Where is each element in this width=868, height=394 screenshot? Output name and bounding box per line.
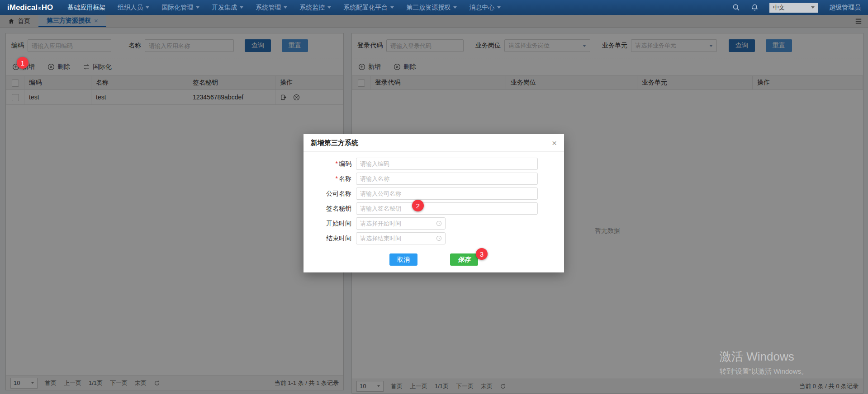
nav-item-system-config-platform[interactable]: 系统配置化平台: [343, 4, 394, 12]
field-label: 开始时间: [311, 220, 351, 228]
dialog-body: *编码 *名称 公司名称 签名秘钥 开始时间 结束时间: [304, 152, 564, 244]
language-select[interactable]: 中文: [769, 3, 818, 13]
watermark-line2: 转到“设置”以激活 Windows。: [720, 367, 808, 376]
field-label-text: 编码: [339, 160, 351, 167]
chevron-down-icon: [811, 6, 815, 9]
logo-registered-mark: ®: [38, 6, 41, 11]
nav-item-label: 系统管理: [256, 4, 281, 12]
nav-item-i18n-management[interactable]: 国际化管理: [161, 4, 199, 12]
nav-item-label: 国际化管理: [161, 4, 193, 12]
nav-item-dev-integration[interactable]: 开发集成: [212, 4, 243, 12]
modal-name-input[interactable]: [356, 173, 538, 185]
search-icon[interactable]: [732, 4, 740, 11]
nav-item-label: 系统监控: [299, 4, 325, 12]
nav-item-message-center[interactable]: 消息中心: [469, 4, 501, 12]
required-mark: *: [336, 175, 338, 182]
add-third-party-system-dialog: 新增第三方系统 × *编码 *名称 公司名称 签名秘钥 开始时间: [304, 134, 564, 272]
field-label: *编码: [311, 160, 351, 168]
form-row-name: *名称: [311, 173, 553, 185]
chevron-down-icon: [240, 6, 243, 9]
modal-start-time-input[interactable]: [356, 217, 446, 230]
nav-item-organization[interactable]: 组织人员: [118, 4, 149, 12]
language-select-value: 中文: [773, 4, 785, 12]
field-label-text: 签名秘钥: [326, 205, 351, 212]
app-logo: iMedical®HO: [7, 3, 53, 12]
field-label: 签名秘钥: [311, 205, 351, 213]
nav-item-base-framework[interactable]: 基础应用框架: [67, 4, 105, 12]
chevron-down-icon: [453, 6, 457, 9]
modal-company-input[interactable]: [356, 188, 538, 200]
logo-text: iMedical: [7, 3, 38, 12]
nav-item-label: 开发集成: [212, 4, 237, 12]
current-user[interactable]: 超级管理员: [829, 4, 861, 12]
nav-item-label: 基础应用框架: [67, 4, 105, 12]
close-icon[interactable]: ×: [552, 139, 557, 147]
nav-item-label: 系统配置化平台: [343, 4, 388, 12]
modal-code-input[interactable]: [356, 158, 538, 170]
dialog-title: 新增第三方系统: [311, 139, 358, 147]
field-label-text: 结束时间: [326, 235, 351, 242]
top-navbar: iMedical®HO 基础应用框架 组织人员 国际化管理 开发集成 系统管理 …: [0, 0, 868, 15]
chevron-down-icon: [497, 6, 501, 9]
form-row-start-time: 开始时间: [311, 217, 553, 230]
chevron-down-icon: [327, 6, 331, 9]
cancel-button[interactable]: 取消: [389, 253, 417, 266]
required-mark: *: [336, 160, 338, 167]
windows-activation-watermark: 激活 Windows 转到“设置”以激活 Windows。: [720, 349, 808, 376]
form-row-secret: 签名秘钥: [311, 202, 553, 215]
bell-icon[interactable]: [751, 4, 759, 11]
annotation-badge-3: 3: [476, 248, 488, 260]
nav-item-system-monitor[interactable]: 系统监控: [299, 4, 331, 12]
field-label: *名称: [311, 175, 351, 183]
chevron-down-icon: [284, 6, 287, 9]
topnav-right-group: 中文 超级管理员: [732, 3, 861, 13]
nav-item-third-party-authorization[interactable]: 第三放资源授权: [406, 4, 457, 12]
chevron-down-icon: [196, 6, 199, 9]
clock-icon: [436, 235, 442, 241]
nav-item-label: 消息中心: [469, 4, 494, 12]
nav-item-system-management[interactable]: 系统管理: [256, 4, 287, 12]
nav-item-label: 第三放资源授权: [406, 4, 451, 12]
field-label-text: 公司名称: [326, 190, 351, 197]
modal-end-time-input[interactable]: [356, 232, 446, 244]
annotation-badge-2: 2: [412, 200, 424, 211]
dialog-header: 新增第三方系统 ×: [304, 134, 564, 152]
clock-icon: [436, 220, 442, 226]
save-button[interactable]: 保存: [450, 253, 478, 266]
chevron-down-icon: [146, 6, 149, 9]
form-row-code: *编码: [311, 158, 553, 170]
annotation-badge-1: 1: [17, 57, 28, 69]
field-label-text: 开始时间: [326, 220, 351, 227]
dialog-footer: 取消 保存: [304, 247, 564, 272]
chevron-down-icon: [390, 6, 394, 9]
form-row-end-time: 结束时间: [311, 232, 553, 244]
watermark-line1: 激活 Windows: [720, 349, 808, 365]
field-label-text: 名称: [339, 175, 351, 182]
field-label: 公司名称: [311, 190, 351, 198]
modal-secret-input[interactable]: [356, 202, 538, 215]
form-row-company: 公司名称: [311, 188, 553, 200]
field-label: 结束时间: [311, 235, 351, 243]
nav-item-label: 组织人员: [118, 4, 143, 12]
logo-suffix: HO: [42, 3, 53, 12]
